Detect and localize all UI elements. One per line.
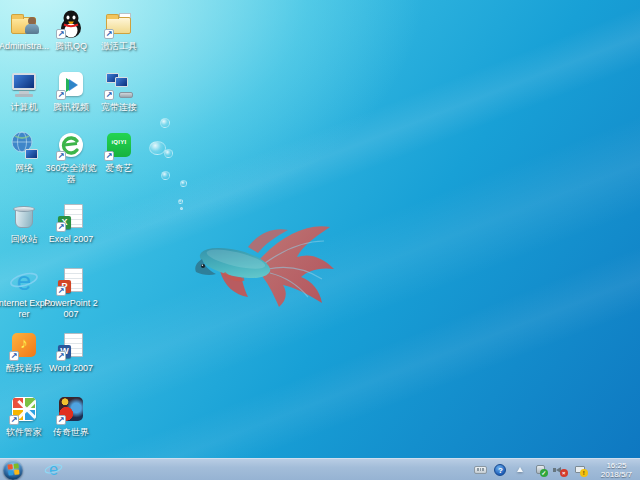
taskbar: e ? ✓ × !	[0, 458, 640, 480]
system-tray: ? ✓ × ! 16:25 2018/5/7	[473, 461, 640, 479]
bubble	[160, 118, 170, 128]
iqiyi-logo-text: iQIYI	[104, 139, 134, 145]
music-note-glyph: ♪	[9, 334, 39, 351]
volume-muted-icon[interactable]: ×	[553, 462, 568, 477]
shortcut-arrow-icon: ↗	[9, 415, 19, 425]
desktop-icon-label: Administra...	[0, 41, 49, 52]
shortcut-arrow-icon: ↗	[104, 151, 114, 161]
clock-time: 16:25	[606, 461, 626, 470]
bubble	[180, 207, 183, 210]
internet-explorer-icon: e	[9, 266, 39, 296]
shortcut-arrow-icon: ↗	[9, 351, 19, 361]
shortcut-arrow-icon: ↗	[104, 29, 114, 39]
desktop: Administra... ↗ 腾讯QQ ↗ 激活工具 计算机	[0, 0, 640, 480]
shortcut-arrow-icon: ↗	[104, 90, 114, 100]
taskbar-internet-explorer-button[interactable]: e	[41, 460, 65, 480]
bubble	[178, 199, 183, 204]
network-globe-icon	[9, 131, 39, 161]
bubble	[164, 149, 173, 158]
bubble	[180, 180, 187, 187]
bubble	[161, 171, 170, 180]
desktop-icon-label: 传奇世界	[53, 427, 89, 438]
svg-text:e: e	[17, 266, 31, 296]
desktop-icon-label: 软件管家	[6, 427, 42, 438]
360-browser-icon: ↗	[56, 131, 86, 161]
shortcut-arrow-icon: ↗	[56, 286, 66, 296]
svg-text:e: e	[48, 460, 57, 478]
shortcut-arrow-icon: ↗	[56, 29, 66, 39]
shortcut-arrow-icon: ↗	[56, 415, 66, 425]
broadband-icon: ↗	[104, 70, 134, 100]
desktop-icon-label: PowerPoint 2007	[43, 298, 99, 320]
desktop-icon-label: 激活工具	[101, 41, 137, 52]
desktop-icon-label: Excel 2007	[49, 234, 94, 245]
word-icon: W ↗	[56, 331, 86, 361]
legend-world-game-icon: ↗	[56, 395, 86, 425]
iqiyi-icon: iQIYI ↗	[104, 131, 134, 161]
desktop-icon-legend-world[interactable]: ↗ 传奇世界	[43, 395, 99, 438]
desktop-icon-label: Word 2007	[49, 363, 93, 374]
input-method-icon[interactable]	[473, 462, 488, 477]
network-warning-icon[interactable]: !	[573, 462, 588, 477]
shortcut-arrow-icon: ↗	[56, 222, 66, 232]
computer-icon	[9, 70, 39, 100]
clock-date: 2018/5/7	[601, 470, 632, 479]
desktop-icon-iqiyi[interactable]: iQIYI ↗ 爱奇艺	[91, 131, 147, 174]
powerpoint-icon: P ↗	[56, 266, 86, 296]
recycle-bin-icon	[9, 202, 39, 232]
help-icon[interactable]: ?	[493, 462, 508, 477]
desktop-icon-label: 腾讯视频	[53, 102, 89, 113]
excel-icon: X ↗	[56, 202, 86, 232]
software-manager-icon: ↗	[9, 395, 39, 425]
desktop-icon-word-2007[interactable]: W ↗ Word 2007	[43, 331, 99, 374]
start-button[interactable]	[3, 460, 23, 480]
user-folder-icon	[9, 9, 39, 39]
tencent-video-icon: ↗	[56, 70, 86, 100]
desktop-icon-label: 网络	[15, 163, 33, 174]
desktop-icon-label: 宽带连接	[101, 102, 137, 113]
desktop-icon-label: 回收站	[11, 234, 38, 245]
desktop-icon-powerpoint-2007[interactable]: P ↗ PowerPoint 2007	[43, 266, 99, 320]
desktop-icon-label: 爱奇艺	[106, 163, 133, 174]
desktop-icon-broadband-connection[interactable]: ↗ 宽带连接	[91, 70, 147, 113]
shortcut-arrow-icon: ↗	[56, 151, 66, 161]
desktop-icon-excel-2007[interactable]: X ↗ Excel 2007	[43, 202, 99, 245]
desktop-icon-label: 计算机	[11, 102, 38, 113]
desktop-icon-activation-tools[interactable]: ↗ 激活工具	[91, 9, 147, 52]
shortcut-arrow-icon: ↗	[56, 351, 66, 361]
device-ready-icon[interactable]: ✓	[533, 462, 548, 477]
show-hidden-icons-button[interactable]	[513, 462, 528, 477]
qq-penguin-icon: ↗	[56, 9, 86, 39]
kuwo-music-icon: ♪ ↗	[9, 331, 39, 361]
folder-icon: ↗	[104, 9, 134, 39]
taskbar-clock[interactable]: 16:25 2018/5/7	[593, 461, 636, 479]
windows-logo-icon	[7, 463, 19, 475]
betta-fish-image	[190, 215, 342, 311]
desktop-icon-label: 酷我音乐	[6, 363, 42, 374]
desktop-icon-label: 腾讯QQ	[55, 41, 87, 52]
shortcut-arrow-icon: ↗	[56, 90, 66, 100]
internet-explorer-icon: e	[44, 460, 63, 479]
